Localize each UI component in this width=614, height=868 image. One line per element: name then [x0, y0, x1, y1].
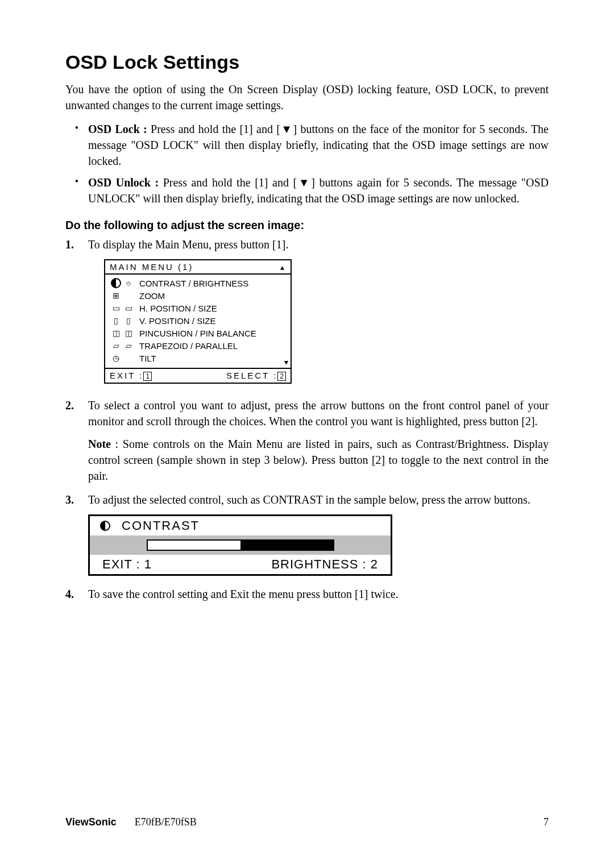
- bullet-label: OSD Lock :: [88, 123, 147, 135]
- osd-item: ZOOM: [139, 291, 165, 301]
- step-number: 4.: [65, 586, 88, 602]
- step-item: 2. To select a control you want to adjus…: [65, 397, 549, 429]
- footer-page-number: 7: [544, 816, 549, 828]
- contrast-slider: [147, 539, 334, 551]
- osd-item: PINCUSHION / PIN BALANCE: [139, 329, 256, 338]
- step-number: 3.: [65, 492, 88, 508]
- step-number: 2.: [65, 397, 88, 429]
- osd-footer: EXIT :1 SELECT :2: [105, 368, 291, 383]
- contrast-exit-label: EXIT : 1: [102, 557, 152, 572]
- osd-item: TRAPEZOID / PARALLEL: [139, 341, 238, 351]
- adjust-heading: Do the following to adjust the screen im…: [65, 219, 549, 232]
- brightness-icon: ☼: [123, 278, 134, 287]
- osd-main-menu-figure: MAIN MENU (1) ▴ ☼CONTRAST / BRIGHTNESS ⊞…: [104, 259, 292, 384]
- bullet-label: OSD Unlock :: [88, 176, 159, 189]
- pinbalance-icon: ◫: [123, 329, 134, 338]
- vpos-icon: ▯: [111, 316, 121, 325]
- step-text: To display the Main Menu, press button […: [88, 236, 549, 252]
- osd-item: V. POSITION / SIZE: [139, 316, 215, 326]
- step-item: 4. To save the control setting and Exit …: [65, 586, 549, 602]
- osd-item: TILT: [139, 354, 156, 363]
- arrow-up-icon: ▴: [280, 263, 286, 272]
- trapezoid-icon: ▱: [111, 341, 121, 350]
- osd-item: CONTRAST / BRIGHTNESS: [139, 279, 248, 288]
- parallel-icon: ▱: [123, 341, 134, 350]
- slider-empty: [148, 541, 240, 550]
- slider-filled: [240, 541, 333, 550]
- hpos-icon: ▭: [111, 304, 121, 313]
- bullet-dot-icon: •: [65, 175, 88, 206]
- contrast-control-figure: CONTRAST EXIT : 1 BRIGHTNESS : 2: [88, 514, 392, 576]
- step-text: To adjust the selected control, such as …: [88, 492, 549, 508]
- bullet-text: Press and hold the [1] and [▼] buttons o…: [88, 123, 549, 167]
- bullet-item: • OSD Unlock : Press and hold the [1] an…: [65, 175, 549, 206]
- osd-body: ☼CONTRAST / BRIGHTNESS ⊞ZOOM ▭▭H. POSITI…: [105, 275, 291, 368]
- note-text: : Some controls on the Main Menu are lis…: [88, 438, 549, 482]
- contrast-title-row: CONTRAST: [90, 516, 391, 535]
- osd-select-key: 2: [277, 372, 286, 381]
- osd-exit-label: EXIT :: [110, 371, 143, 380]
- step-text: To select a control you want to adjust, …: [88, 397, 549, 429]
- contrast-slider-row: [90, 535, 391, 555]
- hsize-icon: ▭: [123, 304, 134, 313]
- step-item: 1. To display the Main Menu, press butto…: [65, 236, 549, 252]
- contrast-icon: [100, 521, 110, 531]
- intro-paragraph: You have the option of using the On Scre…: [65, 81, 549, 113]
- note-label: Note: [88, 438, 111, 450]
- page-footer: ViewSonic E70fB/E70fSB 7: [65, 816, 549, 828]
- vsize-icon: ▯: [123, 316, 134, 325]
- osd-title-bar: MAIN MENU (1) ▴: [105, 260, 291, 275]
- osd-item: H. POSITION / SIZE: [139, 304, 217, 313]
- osd-select-label: SELECT :: [226, 371, 277, 380]
- pincushion-icon: ◫: [111, 329, 121, 338]
- contrast-icon: [111, 278, 121, 288]
- contrast-footer: EXIT : 1 BRIGHTNESS : 2: [90, 555, 391, 574]
- contrast-title-text: CONTRAST: [122, 518, 200, 533]
- step-text: To save the control setting and Exit the…: [88, 586, 549, 602]
- contrast-brightness-label: BRIGHTNESS : 2: [271, 557, 378, 572]
- step-item: 3. To adjust the selected control, such …: [65, 492, 549, 508]
- footer-brand: ViewSonic: [65, 816, 117, 828]
- note-block: Note : Some controls on the Main Menu ar…: [88, 436, 549, 484]
- osd-title-text: MAIN MENU (1): [110, 262, 193, 272]
- bullet-dot-icon: •: [65, 121, 88, 169]
- osd-exit-key: 1: [143, 372, 152, 381]
- step-number: 1.: [65, 236, 88, 252]
- footer-model: E70fB/E70fSB: [135, 816, 197, 828]
- page-title: OSD Lock Settings: [65, 51, 549, 73]
- bullet-item: • OSD Lock : Press and hold the [1] and …: [65, 121, 549, 169]
- bullet-list: • OSD Lock : Press and hold the [1] and …: [65, 121, 549, 206]
- tilt-icon: ◷: [111, 354, 121, 363]
- zoom-icon: ⊞: [111, 291, 121, 300]
- arrow-down-icon: ▾: [284, 358, 288, 367]
